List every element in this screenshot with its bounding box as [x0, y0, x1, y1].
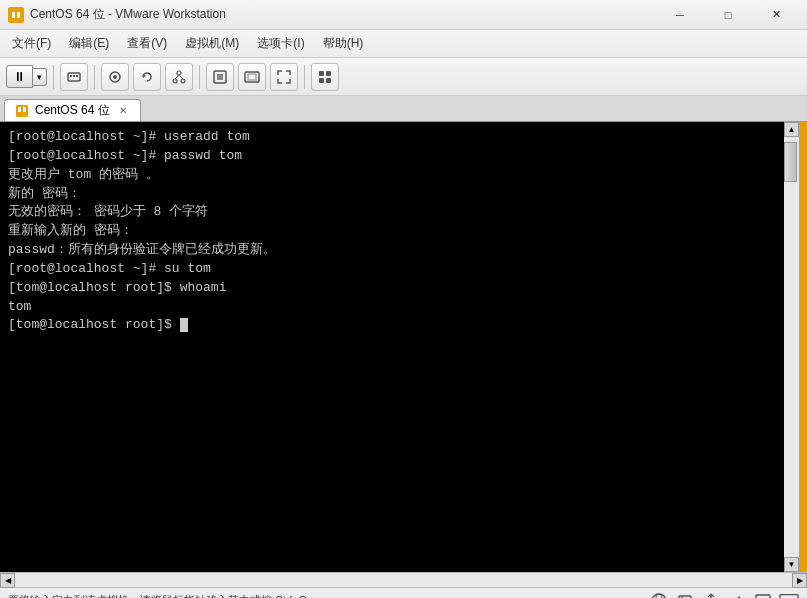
fit-guest-button[interactable] — [206, 63, 234, 91]
svg-rect-19 — [319, 71, 324, 76]
menu-tabs[interactable]: 选项卡(I) — [249, 32, 312, 55]
svg-rect-40 — [756, 595, 770, 599]
svg-rect-2 — [17, 12, 20, 18]
terminal-cursor — [180, 318, 188, 332]
terminal-line: [root@localhost ~]# su tom — [8, 260, 776, 279]
menu-bar: 文件(F) 编辑(E) 查看(V) 虚拟机(M) 选项卡(I) 帮助(H) — [0, 30, 807, 58]
scroll-thumb[interactable] — [784, 142, 797, 182]
svg-rect-5 — [73, 75, 75, 77]
vertical-scrollbar[interactable]: ▲ ▼ — [784, 122, 799, 572]
usb-icon — [701, 591, 721, 599]
svg-line-14 — [179, 75, 183, 79]
svg-rect-0 — [10, 9, 22, 21]
send-keys-button[interactable] — [60, 63, 88, 91]
scroll-track[interactable] — [784, 137, 799, 557]
terminal-line: [root@localhost ~]# passwd tom — [8, 147, 776, 166]
svg-rect-25 — [23, 107, 26, 112]
maximize-button[interactable]: □ — [705, 1, 751, 29]
audio-icon — [727, 591, 747, 599]
svg-rect-18 — [248, 74, 256, 80]
toolbar-separator-2 — [94, 65, 95, 89]
scroll-down-button[interactable]: ▼ — [784, 557, 799, 572]
svg-rect-16 — [217, 74, 223, 80]
vm-tools-icon: VM — [779, 591, 799, 599]
terminal-line: passwd：所有的身份验证令牌已经成功更新。 — [8, 241, 776, 260]
tab-close-button[interactable]: ✕ — [116, 104, 130, 118]
title-bar: CentOS 64 位 - VMware Workstation ─ □ ✕ — [0, 0, 807, 30]
svg-point-10 — [177, 71, 181, 75]
display-icon — [753, 591, 773, 599]
toolbar-separator-3 — [199, 65, 200, 89]
svg-rect-23 — [16, 105, 28, 117]
svg-rect-20 — [326, 71, 331, 76]
status-bar: 要将输入定向到该虚拟机，请将鼠标指针移入其中或按 Ctrl+G。 — [0, 587, 807, 598]
svg-rect-6 — [76, 75, 78, 77]
terminal-line: [tom@localhost root]$ whoami — [8, 279, 776, 298]
unity-button[interactable] — [311, 63, 339, 91]
svg-rect-4 — [70, 75, 72, 77]
svg-point-8 — [113, 75, 117, 79]
vm-tab-icon — [15, 104, 29, 118]
scroll-right-button[interactable]: ▶ — [792, 573, 807, 588]
network-icon — [649, 591, 669, 599]
close-button[interactable]: ✕ — [753, 1, 799, 29]
storage-icon — [675, 591, 695, 599]
terminal[interactable]: [root@localhost ~]# useradd tom[root@loc… — [0, 122, 784, 572]
revert-button[interactable] — [133, 63, 161, 91]
fit-window-button[interactable] — [238, 63, 266, 91]
terminal-line: 重新输入新的 密码： — [8, 222, 776, 241]
status-text: 要将输入定向到该虚拟机，请将鼠标指针移入其中或按 Ctrl+G。 — [8, 593, 318, 598]
scroll-up-button[interactable]: ▲ — [784, 122, 799, 137]
menu-vm[interactable]: 虚拟机(M) — [177, 32, 247, 55]
svg-rect-22 — [326, 78, 331, 83]
terminal-line: 更改用户 tom 的密码 。 — [8, 166, 776, 185]
menu-edit[interactable]: 编辑(E) — [61, 32, 117, 55]
menu-view[interactable]: 查看(V) — [119, 32, 175, 55]
window-title: CentOS 64 位 - VMware Workstation — [30, 6, 657, 23]
toolbar-separator-4 — [304, 65, 305, 89]
svg-rect-1 — [12, 12, 15, 18]
terminal-line: tom — [8, 298, 776, 317]
orange-sidebar — [799, 122, 807, 572]
vm-area: [root@localhost ~]# useradd tom[root@loc… — [0, 122, 807, 572]
svg-rect-24 — [18, 107, 21, 112]
svg-point-11 — [173, 79, 177, 83]
terminal-line: [tom@localhost root]$ — [8, 316, 776, 335]
menu-help[interactable]: 帮助(H) — [315, 32, 372, 55]
toolbar: ⏸ ▾ — [0, 58, 807, 96]
status-icons: VM — [649, 591, 799, 599]
tab-bar: CentOS 64 位 ✕ — [0, 96, 807, 122]
terminal-line: [root@localhost ~]# useradd tom — [8, 128, 776, 147]
svg-point-12 — [181, 79, 185, 83]
tab-label: CentOS 64 位 — [35, 102, 110, 119]
horizontal-scrollbar[interactable]: ◀ ▶ — [0, 572, 807, 587]
snapshot-button[interactable] — [101, 63, 129, 91]
minimize-button[interactable]: ─ — [657, 1, 703, 29]
terminal-line: 无效的密码： 密码少于 8 个字符 — [8, 203, 776, 222]
menu-file[interactable]: 文件(F) — [4, 32, 59, 55]
svg-line-13 — [175, 75, 179, 79]
app-icon — [8, 7, 24, 23]
terminal-line: 新的 密码： — [8, 185, 776, 204]
hscroll-track[interactable] — [15, 573, 792, 587]
fullscreen-button[interactable] — [270, 63, 298, 91]
svg-rect-21 — [319, 78, 324, 83]
pause-button[interactable]: ⏸ — [6, 65, 33, 88]
tab-centos[interactable]: CentOS 64 位 ✕ — [4, 99, 141, 121]
pause-control[interactable]: ⏸ ▾ — [6, 65, 47, 88]
snapshot-manager-button[interactable] — [165, 63, 193, 91]
svg-point-26 — [652, 594, 666, 599]
scroll-left-button[interactable]: ◀ — [0, 573, 15, 588]
window-controls: ─ □ ✕ — [657, 1, 799, 29]
toolbar-separator-1 — [53, 65, 54, 89]
pause-dropdown[interactable]: ▾ — [33, 68, 47, 86]
